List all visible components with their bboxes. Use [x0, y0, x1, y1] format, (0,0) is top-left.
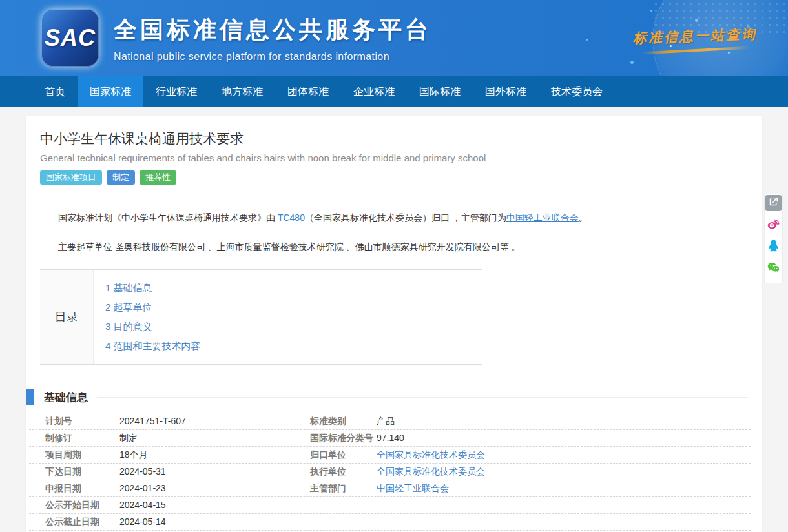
info-label: 执行单位: [310, 464, 377, 480]
summary-paragraph-1: 国家标准计划《中小学生午休课桌椅通用技术要求》由 TC480（全国家具标准化技术…: [40, 211, 748, 225]
nav-item-international-standards[interactable]: 国际标准: [407, 76, 473, 107]
share-button[interactable]: [765, 195, 782, 211]
wechat-button[interactable]: [765, 261, 782, 277]
sac-logo-text: SAC: [45, 25, 96, 52]
nav-item-technical-committees[interactable]: 技术委员会: [539, 76, 615, 107]
share-icon: [768, 196, 779, 210]
nav-item-national-standards[interactable]: 国家标准: [78, 76, 143, 107]
info-value: 产品: [377, 413, 751, 429]
toc-links: 1 基础信息 2 起草单位 3 目的意义 4 范围和主要技术内容: [94, 270, 482, 364]
site-header: SAC 全国标准信息公共服务平台 National public service…: [0, 0, 788, 76]
qq-button[interactable]: [765, 239, 782, 255]
info-label: 申报日期: [45, 480, 119, 496]
site-title-en: National public service platform for sta…: [114, 51, 431, 63]
toc-link-basic-info[interactable]: 1 基础信息: [105, 278, 482, 298]
section-title: 基础信息: [44, 390, 88, 405]
content-card: 中小学生午休课桌椅通用技术要求 General technical requir…: [26, 116, 762, 532]
toc-link-scope[interactable]: 4 范围和主要技术内容: [105, 336, 482, 356]
site-title-cn: 全国标准信息公共服务平台: [114, 14, 431, 46]
info-label: 国际标准分类号: [310, 430, 377, 446]
section-divider: [97, 397, 748, 398]
summary-text: （全国家具标准化技术委员会）归口 ，主管部门为: [305, 212, 506, 223]
centralized-unit-link[interactable]: 全国家具标准化技术委员会: [377, 449, 485, 460]
section-marker: [26, 389, 34, 405]
page-body: 中小学生午休课桌椅通用技术要求 General technical requir…: [0, 107, 788, 532]
info-value: 2024-04-15: [119, 497, 310, 513]
info-value: 2024-05-14: [119, 514, 310, 530]
summary-text: 。: [579, 212, 588, 223]
info-value: 中国轻工业联合会: [377, 480, 751, 496]
info-value: 制定: [119, 430, 310, 446]
sac-logo[interactable]: SAC: [41, 9, 99, 66]
summary-paragraph-2: 主要起草单位 圣奥科技股份有限公司 、上海市质量监督检验技术研究院 、佛山市顺德…: [40, 240, 748, 254]
table-row: 下达日期 2024-05-31 执行单位 全国家具标准化技术委员会: [29, 464, 751, 480]
site-title-block: 全国标准信息公共服务平台 National public service pla…: [114, 14, 431, 63]
main-nav: 首页 国家标准 行业标准 地方标准 团体标准 企业标准 国际标准 国外标准 技术…: [0, 76, 788, 107]
standard-title-block: 中小学生午休课桌椅通用技术要求 General technical requir…: [26, 116, 762, 194]
tag-national-standard-project: 国家标准项目: [40, 170, 102, 185]
basic-info-section-header: 基础信息: [26, 389, 762, 405]
info-label: 公示截止日期: [45, 514, 119, 530]
info-label: 项目周期: [45, 447, 119, 463]
header-slogan: 标准信息一站查询: [633, 25, 758, 48]
info-label: 归口单位: [310, 447, 377, 463]
info-label: 标准类别: [310, 413, 377, 429]
nav-item-industry-standards[interactable]: 行业标准: [143, 76, 209, 107]
toc-label: 目录: [40, 270, 94, 364]
info-value: 97.140: [377, 430, 751, 446]
share-toolbar: [764, 194, 783, 283]
toc-link-drafting-units[interactable]: 2 起草单位: [105, 298, 482, 317]
executive-unit-link[interactable]: 全国家具标准化技术委员会: [377, 466, 485, 476]
nav-item-group-standards[interactable]: 团体标准: [275, 76, 341, 107]
tc480-link[interactable]: TC480: [278, 212, 305, 223]
competent-department-link[interactable]: 中国轻工业联合会: [506, 212, 579, 223]
info-value: 全国家具标准化技术委员会: [377, 447, 751, 463]
info-value: 2024-05-31: [119, 464, 310, 480]
table-row: 申报日期 2024-01-23 主管部门 中国轻工业联合会: [29, 480, 751, 497]
standard-tags: 国家标准项目 制定 推荐性: [40, 170, 748, 185]
qq-icon: [767, 239, 780, 255]
tag-recommended: 推荐性: [140, 170, 176, 185]
standard-summary: 国家标准计划《中小学生午休课桌椅通用技术要求》由 TC480（全国家具标准化技术…: [26, 194, 762, 254]
summary-text: 国家标准计划《中小学生午休课桌椅通用技术要求》由: [58, 212, 278, 223]
wechat-icon: [767, 261, 780, 277]
info-label: 制修订: [45, 430, 119, 446]
header-slogan-block: 标准信息一站查询: [633, 27, 757, 52]
toc: 目录 1 基础信息 2 起草单位 3 目的意义 4 范围和主要技术内容: [40, 269, 482, 365]
weibo-icon: [767, 217, 780, 233]
weibo-button[interactable]: [765, 217, 782, 233]
info-value: [377, 514, 751, 530]
tag-formulate: 制定: [107, 170, 135, 185]
table-row: 项目周期 18个月 归口单位 全国家具标准化技术委员会: [29, 447, 751, 464]
standard-title-en: General technical requirements of tables…: [40, 152, 748, 163]
info-label: [310, 497, 377, 513]
nav-item-enterprise-standards[interactable]: 企业标准: [341, 76, 407, 107]
table-row: 公示开始日期 2024-04-15: [29, 497, 751, 514]
table-row: 计划号 20241751-T-607 标准类别 产品: [29, 413, 751, 430]
nav-item-home[interactable]: 首页: [32, 76, 78, 107]
nav-item-foreign-standards[interactable]: 国外标准: [473, 76, 539, 107]
info-value: 18个月: [119, 447, 310, 463]
info-label: [310, 514, 377, 530]
table-row: 制修订 制定 国际标准分类号 97.140: [29, 430, 751, 447]
info-value: 2024-01-23: [119, 480, 310, 496]
info-label: 计划号: [45, 413, 119, 429]
nav-item-local-standards[interactable]: 地方标准: [209, 76, 275, 107]
basic-info-table: 计划号 20241751-T-607 标准类别 产品 制修订 制定 国际标准分类…: [29, 413, 751, 531]
info-label: 主管部门: [310, 480, 377, 496]
info-value: 全国家具标准化技术委员会: [377, 464, 751, 480]
info-value: 20241751-T-607: [119, 413, 310, 429]
info-label: 公示开始日期: [45, 497, 119, 513]
info-label: 下达日期: [45, 464, 119, 480]
standard-title: 中小学生午休课桌椅通用技术要求: [40, 130, 748, 148]
info-value: [377, 497, 751, 513]
competent-department-link[interactable]: 中国轻工业联合会: [377, 483, 449, 493]
toc-link-purpose[interactable]: 3 目的意义: [105, 317, 482, 336]
table-row: 公示截止日期 2024-05-14: [29, 514, 751, 531]
